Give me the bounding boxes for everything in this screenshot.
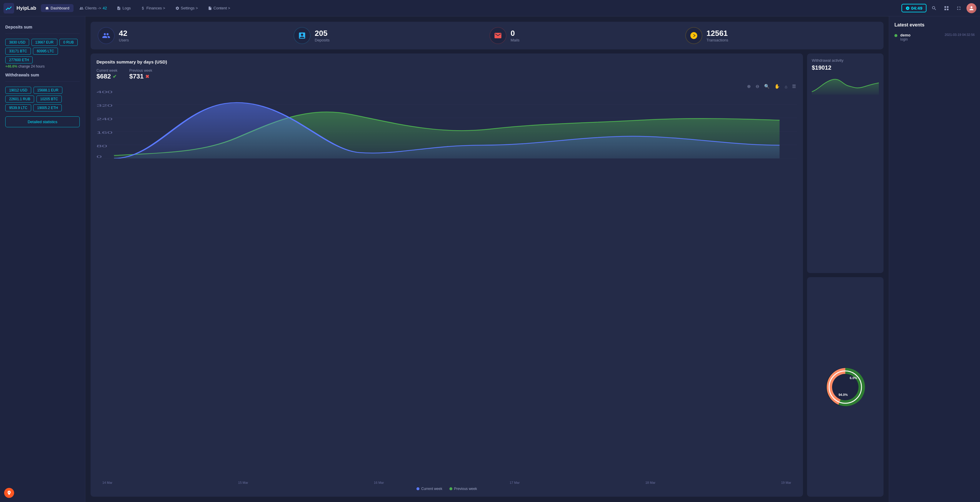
deposit-rub[interactable]: 0 RUB bbox=[59, 39, 77, 46]
stats-row: 42 Users 205 Deposits 0 bbox=[91, 22, 883, 49]
legend-current: Current week bbox=[417, 487, 442, 491]
events-title: Latest events bbox=[894, 22, 975, 28]
deposit-btc[interactable]: 33171 BTC bbox=[5, 48, 31, 55]
event-user: demo bbox=[900, 33, 942, 37]
reset-btn[interactable]: ⌂ bbox=[784, 83, 789, 90]
nav-logs[interactable]: Logs bbox=[113, 4, 135, 12]
stat-transactions: 12561 Transactions bbox=[685, 27, 877, 44]
content-area: 42 Users 205 Deposits 0 bbox=[85, 16, 889, 502]
stat-users: 42 Users bbox=[98, 27, 289, 44]
mails-icon-wrap bbox=[489, 27, 506, 44]
charts-right: Withdrawal activity $19012 bbox=[807, 54, 883, 497]
event-action: login bbox=[900, 37, 942, 41]
topbar: HyipLab Dashboard Clients -> 42 Logs Fin… bbox=[0, 0, 980, 16]
users-label: Users bbox=[119, 38, 129, 42]
sidebar: Deposits sum 3830 USD 13667 EUR 0 RUB 33… bbox=[0, 16, 85, 502]
withdraw-btc[interactable]: 10205 BTC bbox=[37, 95, 62, 103]
logo: HyipLab bbox=[3, 3, 36, 14]
chart-controls: ⊕ ⊖ 🔍 ✋ ⌂ ☰ bbox=[97, 83, 797, 90]
previous-week-stat: Previous week $731 ✖ bbox=[129, 68, 152, 80]
bottom-widget[interactable] bbox=[4, 488, 14, 498]
events-panel: Latest events demo login 2021-03-19 04:3… bbox=[889, 16, 980, 502]
pie-chart-svg: 6.0% 94.0% bbox=[820, 362, 870, 412]
svg-text:6.0%: 6.0% bbox=[850, 376, 857, 380]
chart-legend: Current week Previous week bbox=[97, 487, 797, 491]
withdraw-usd[interactable]: 19012 USD bbox=[5, 87, 31, 94]
withdraw-rub[interactable]: 22601.1 RUB bbox=[5, 95, 34, 103]
mails-label: Mails bbox=[511, 38, 519, 42]
deposit-eth[interactable]: 277600 ETH bbox=[5, 56, 33, 64]
charts-row: Deposits summary by days (USD) Current w… bbox=[91, 54, 883, 497]
deposits-label: Deposits bbox=[315, 38, 330, 42]
withdrawal-activity-card: Withdrawal activity $19012 bbox=[807, 54, 883, 273]
chart-x-labels: 14 Mar 15 Mar 16 Mar 17 Mar 18 Mar 19 Ma… bbox=[97, 480, 797, 485]
fullscreen-icon[interactable] bbox=[954, 3, 964, 13]
transactions-icon-wrap bbox=[685, 27, 702, 44]
nav-settings[interactable]: Settings > bbox=[171, 4, 202, 12]
previous-x-icon: ✖ bbox=[145, 74, 149, 79]
event-online-dot bbox=[894, 34, 897, 37]
nav-finances[interactable]: Finances > bbox=[137, 4, 169, 12]
deposits-value: 205 bbox=[315, 29, 330, 38]
transactions-value: 12561 bbox=[706, 29, 728, 38]
change-text: +46.6% change 24 hours bbox=[5, 64, 80, 68]
stat-deposits: 205 Deposits bbox=[294, 27, 485, 44]
user-avatar[interactable] bbox=[966, 3, 977, 13]
chart-svg-area: 400 320 240 160 80 0 bbox=[97, 91, 797, 480]
current-check-icon: ✔ bbox=[113, 74, 116, 79]
topbar-right: 04:49 bbox=[902, 3, 977, 13]
svg-text:80: 80 bbox=[97, 144, 107, 148]
svg-text:160: 160 bbox=[97, 131, 113, 134]
users-value: 42 bbox=[119, 29, 129, 38]
app-name: HyipLab bbox=[16, 5, 36, 11]
withdrawal-value: $19012 bbox=[812, 64, 879, 71]
users-icon-wrap bbox=[98, 27, 115, 44]
current-week-stat: Current week $682 ✔ bbox=[97, 68, 117, 80]
svg-point-0 bbox=[6, 9, 7, 10]
svg-text:400: 400 bbox=[97, 91, 113, 94]
grid-icon[interactable] bbox=[942, 3, 951, 13]
pan-btn[interactable]: 🔍 bbox=[763, 83, 771, 90]
logo-icon bbox=[3, 3, 14, 14]
withdraw-ltc[interactable]: 9539.9 LTC bbox=[5, 104, 31, 111]
detailed-stats-button[interactable]: Detailed statistics bbox=[5, 116, 80, 127]
main-layout: Deposits sum 3830 USD 13667 EUR 0 RUB 33… bbox=[0, 16, 980, 502]
svg-text:94.0%: 94.0% bbox=[838, 393, 848, 397]
deposits-list: 3830 USD 13667 EUR 0 RUB 33171 BTC 60995… bbox=[5, 38, 80, 64]
zoom-in-btn[interactable]: ⊕ bbox=[746, 83, 752, 90]
svg-text:0: 0 bbox=[97, 155, 102, 159]
stat-mails: 0 Mails bbox=[489, 27, 681, 44]
event-time: 2021-03-19 04:32:56 bbox=[945, 33, 975, 37]
nav-dashboard[interactable]: Dashboard bbox=[41, 4, 73, 12]
svg-text:320: 320 bbox=[97, 104, 113, 107]
deposit-usd[interactable]: 3830 USD bbox=[5, 39, 29, 46]
chart-weeks: Current week $682 ✔ Previous week $731 ✖ bbox=[97, 68, 797, 80]
event-item: demo login 2021-03-19 04:32:56 bbox=[894, 33, 975, 41]
withdrawal-title: Withdrawal activity bbox=[812, 58, 879, 63]
drag-btn[interactable]: ✋ bbox=[773, 83, 781, 90]
zoom-out-btn[interactable]: ⊖ bbox=[754, 83, 760, 90]
deposits-title: Deposits sum bbox=[5, 25, 80, 29]
timer-badge: 04:49 bbox=[902, 4, 926, 12]
chart-title: Deposits summary by days (USD) bbox=[97, 59, 797, 64]
withdraw-eth[interactable]: 19005.2 ETH bbox=[33, 104, 62, 111]
deposits-icon-wrap bbox=[294, 27, 310, 44]
search-icon[interactable] bbox=[929, 3, 939, 13]
nav-clients[interactable]: Clients -> 42 bbox=[75, 4, 111, 12]
pie-chart-card: 6.0% 94.0% bbox=[807, 277, 883, 497]
mails-value: 0 bbox=[511, 29, 519, 38]
menu-btn[interactable]: ☰ bbox=[791, 83, 797, 90]
transactions-label: Transactions bbox=[706, 38, 728, 42]
deposit-ltc[interactable]: 60995 LTC bbox=[33, 48, 58, 55]
nav-content[interactable]: Content > bbox=[204, 4, 234, 12]
deposit-eur[interactable]: 13667 EUR bbox=[32, 39, 57, 46]
legend-previous: Previous week bbox=[449, 487, 477, 491]
withdrawals-list: 19012 USD 15688.1 EUR 22601.1 RUB 10205 … bbox=[5, 86, 80, 112]
main-chart: Deposits summary by days (USD) Current w… bbox=[91, 54, 803, 497]
withdrawals-title: Withdrawals sum bbox=[5, 73, 80, 77]
withdraw-eur[interactable]: 15688.1 EUR bbox=[33, 87, 62, 94]
svg-text:240: 240 bbox=[97, 117, 113, 121]
sparkline bbox=[812, 74, 879, 95]
